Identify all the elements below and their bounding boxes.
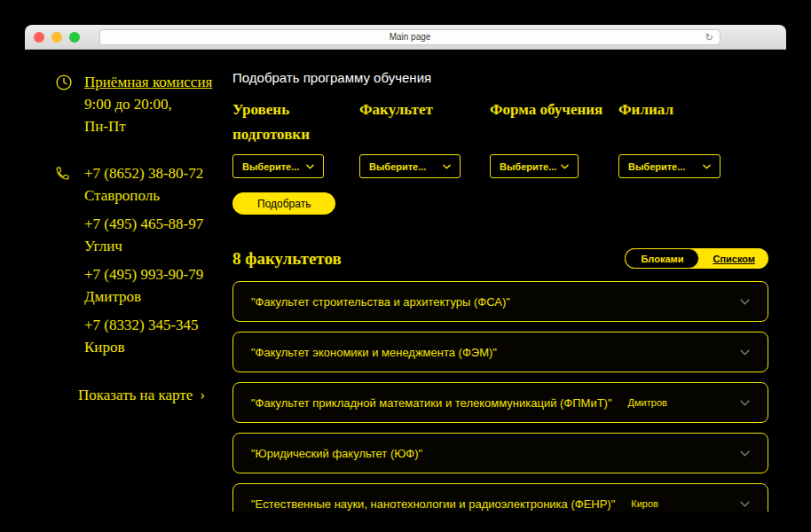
filter-level: Уровень подготовки Выберите... — [232, 98, 359, 178]
select-faculty[interactable]: Выберите... — [359, 154, 461, 178]
browser-window: Main page ↻ Приёмная комиссия 9:00 до 20… — [25, 25, 786, 512]
admissions-hours: 9:00 до 20:00, — [84, 93, 217, 115]
clock-icon — [55, 71, 84, 137]
chevron-down-icon — [703, 164, 711, 169]
faculty-city: Киров — [631, 498, 658, 509]
results-header: 8 факультетов Блоками Списком — [232, 248, 768, 269]
chevron-down-icon — [306, 164, 314, 169]
admissions-link[interactable]: Приёмная комиссия — [84, 74, 212, 90]
maximize-button[interactable] — [69, 32, 80, 43]
select-form-value: Выберите... — [500, 161, 556, 172]
chevron-down-icon — [740, 450, 750, 457]
chevron-down-icon — [740, 400, 750, 406]
phone-entry: +7 (8652) 38-80-72 Ставрополь — [84, 162, 217, 207]
main-column: Подобрать программу обучения Уровень под… — [232, 50, 786, 512]
submit-button[interactable]: Подобрать — [232, 192, 335, 215]
program-filters: Уровень подготовки Выберите... Факультет… — [232, 98, 768, 178]
filter-label-branch: Филиал — [618, 98, 768, 147]
list-view-button[interactable]: Списком — [699, 254, 768, 264]
chevron-down-icon — [443, 164, 451, 169]
faculty-row[interactable]: "Факультет экономики и менеджмента (ФЭМ)… — [232, 332, 768, 372]
select-level-value: Выберите... — [242, 161, 299, 172]
faculty-list: "Факультет строительства и архитектуры (… — [232, 281, 768, 512]
admissions-block: Приёмная комиссия 9:00 до 20:00, Пн-Пт — [55, 71, 232, 137]
phone-entry: +7 (495) 465-88-97 Углич — [84, 213, 217, 257]
faculty-name: "Юридический факультет (ЮФ)" — [251, 447, 422, 460]
page-content: Приёмная комиссия 9:00 до 20:00, Пн-Пт +… — [25, 50, 786, 512]
faculty-name: "Факультет прикладной математики и телек… — [251, 396, 612, 410]
page-title: Main page — [390, 32, 431, 42]
chevron-right-icon: › — [200, 387, 205, 403]
filter-label-level: Уровень подготовки — [232, 98, 359, 147]
window-controls — [34, 32, 80, 43]
phone-icon — [55, 162, 84, 364]
select-branch-value: Выберите... — [628, 161, 685, 172]
phone-city: Углич — [84, 235, 217, 257]
chevron-down-icon — [740, 501, 750, 507]
faculty-name: "Естественные науки, нанотехнологии и ра… — [251, 497, 615, 511]
address-bar[interactable]: Main page ↻ — [99, 29, 720, 45]
phone-number: +7 (8332) 345-345 — [84, 314, 217, 336]
blocks-view-button[interactable]: Блоками — [625, 248, 699, 269]
filter-branch: Филиал Выберите... — [618, 98, 768, 178]
admissions-days: Пн-Пт — [84, 115, 217, 137]
filter-faculty: Факультет Выберите... — [359, 98, 490, 178]
faculty-name: "Факультет строительства и архитектуры (… — [251, 295, 510, 309]
select-branch[interactable]: Выберите... — [618, 154, 720, 178]
phone-entry: +7 (495) 993-90-79 Дмитров — [84, 263, 217, 308]
filter-label-faculty: Факультет — [359, 98, 490, 147]
faculty-row[interactable]: "Естественные науки, нанотехнологии и ра… — [232, 483, 768, 512]
phone-number: +7 (8652) 38-80-72 — [84, 162, 217, 184]
select-form[interactable]: Выберите... — [490, 154, 579, 178]
minimize-button[interactable] — [51, 32, 62, 43]
select-level[interactable]: Выберите... — [232, 154, 324, 178]
select-faculty-value: Выберите... — [369, 161, 426, 172]
filter-form: Форма обучения Выберите... — [490, 98, 618, 178]
page-heading: Подобрать программу обучения — [232, 69, 768, 87]
filter-label-form: Форма обучения — [490, 98, 618, 147]
phones-block: +7 (8652) 38-80-72 Ставрополь +7 (495) 4… — [55, 162, 232, 364]
phone-city: Киров — [84, 336, 217, 358]
reload-icon[interactable]: ↻ — [705, 31, 713, 44]
close-button[interactable] — [34, 32, 44, 43]
show-on-map-label: Показать на карте — [78, 387, 193, 403]
view-toggle: Блоками Списком — [625, 248, 768, 269]
faculty-name: "Факультет экономики и менеджмента (ФЭМ)… — [251, 346, 497, 359]
faculty-row[interactable]: "Факультет прикладной математики и телек… — [232, 382, 768, 423]
faculties-count: 8 факультетов — [232, 249, 342, 269]
show-on-map-link[interactable]: Показать на карте› — [78, 384, 232, 406]
faculty-row[interactable]: "Факультет строительства и архитектуры (… — [232, 281, 768, 322]
phone-number: +7 (495) 465-88-97 — [84, 213, 217, 235]
contact-sidebar: Приёмная комиссия 9:00 до 20:00, Пн-Пт +… — [25, 50, 232, 512]
phone-city: Дмитров — [84, 286, 217, 308]
chevron-down-icon — [561, 164, 569, 169]
faculty-city: Дмитров — [628, 397, 667, 408]
phone-city: Ставрополь — [84, 184, 217, 207]
phone-number: +7 (495) 993-90-79 — [84, 263, 217, 286]
faculty-row[interactable]: "Юридический факультет (ЮФ)" — [232, 433, 768, 473]
browser-chrome: Main page ↻ — [25, 25, 786, 50]
chevron-down-icon — [740, 349, 750, 356]
phone-entry: +7 (8332) 345-345 Киров — [84, 314, 217, 358]
chevron-down-icon — [740, 299, 750, 305]
